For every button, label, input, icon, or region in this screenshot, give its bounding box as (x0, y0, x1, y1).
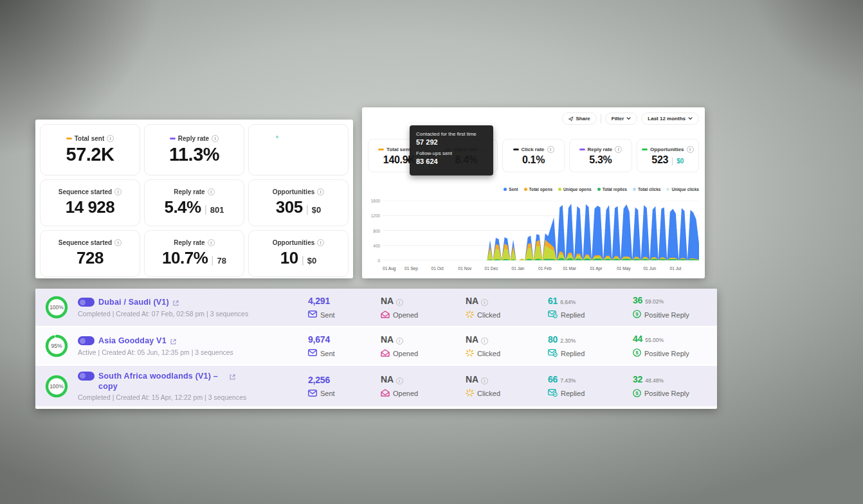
stat-positive: 3659.02%$Positive Reply (633, 295, 707, 320)
stat-label: $Positive Reply (633, 389, 707, 399)
tooltip-label-1: Contacted for the first time (416, 131, 487, 137)
legend-item-total-clicks[interactable]: Total clicks (633, 187, 660, 192)
external-link-icon[interactable] (170, 338, 176, 346)
stat-sent: 9,674Sent (308, 334, 381, 357)
traffic-chart[interactable] (383, 201, 699, 260)
campaign-title: Asia Goodday V1 (78, 336, 308, 346)
stat-card-label-text: Opportunities (273, 239, 315, 246)
campaign-title-link[interactable]: Asia Goodday V1 (98, 336, 167, 346)
info-icon[interactable]: i (687, 146, 694, 153)
x-tick-label: 01 Jan (512, 266, 525, 271)
stat-card-value-row: 523|$0 (651, 154, 684, 166)
legend-item-unique-opens[interactable]: Unique opens (558, 187, 592, 192)
info-icon[interactable]: i (212, 135, 219, 142)
stat-label-text: Opened (393, 311, 418, 319)
stat-label-text: Sent (320, 350, 335, 357)
stat-sent: 4,291Sent (308, 296, 381, 319)
external-link-icon[interactable] (230, 373, 235, 382)
y-tick-label: 800 (367, 229, 380, 233)
info-icon[interactable]: i (615, 146, 622, 153)
info-icon[interactable]: i (208, 239, 215, 246)
tooltip-value-2: 83 624 (416, 158, 487, 165)
stat-label: Clicked (466, 389, 548, 398)
info-icon[interactable]: i (481, 338, 488, 345)
legend-label: Total clicks (638, 187, 660, 192)
info-icon[interactable]: i (114, 188, 122, 195)
legend-dot (504, 188, 507, 191)
stat-card-value-row: 305|$0 (276, 197, 322, 217)
stat-card-label-text: Total sent (386, 147, 410, 152)
stat-label: Opened (381, 310, 466, 320)
sent-icon (308, 310, 317, 319)
stat-label-text: Clicked (477, 311, 500, 319)
stat-value: NA (466, 374, 478, 384)
table-row[interactable]: 100%Dubai / Saudi (V1)Completed | Create… (35, 289, 717, 327)
stat-card-label-text: Reply rate (588, 147, 613, 152)
info-icon[interactable]: i (317, 188, 324, 195)
stat-label: $Positive Reply (633, 348, 707, 358)
opened-icon (381, 389, 390, 398)
info-icon[interactable]: i (208, 188, 215, 195)
x-tick-label: 01 Mar (563, 266, 576, 271)
x-axis-labels: 01 Aug01 Sep01 Oct01 Nov01 Dec01 Jan01 F… (383, 266, 699, 273)
svg-text:100%: 100% (50, 304, 64, 310)
stat-value: NA (381, 296, 394, 306)
stat-opened: NAiOpened (381, 296, 466, 320)
svg-text:$: $ (635, 350, 639, 356)
campaign-info: South Africa woodlands (V1) – copyComple… (78, 371, 308, 402)
legend-label: Total replies (603, 187, 627, 192)
campaign-stats: 2,256SentNAiOpenedNAiClicked667.43%Repli… (308, 374, 707, 399)
stat-clicked: NAiClicked (466, 334, 548, 358)
campaign-avatar (78, 372, 95, 381)
info-icon[interactable]: i (114, 239, 122, 246)
stat-card-label-text: Sequence started (59, 239, 112, 246)
stat-card-value-row: 5.3% (589, 154, 612, 166)
stat-card-label-text: Sequence started (59, 188, 112, 195)
date-range-select[interactable]: Last 12 months (641, 113, 699, 125)
campaign-title-link[interactable]: South Africa woodlands (V1) – copy (98, 371, 226, 392)
tooltip-value-1: 57 292 (416, 138, 487, 146)
legend-item-total-replies[interactable]: Total replies (597, 187, 627, 192)
date-range-label: Last 12 months (648, 116, 686, 122)
table-row[interactable]: 100%South Africa woodlands (V1) – copyCo… (35, 366, 717, 406)
stat-card-label: Reply ratei (170, 135, 219, 142)
info-icon[interactable]: i (547, 146, 554, 153)
stat-card: Reply ratei10.7%|78 (144, 230, 244, 277)
external-link-icon[interactable] (173, 299, 179, 308)
x-tick-label: 01 Dec (485, 266, 498, 271)
progress-ring: 95% (44, 334, 69, 358)
info-icon[interactable]: i (396, 299, 403, 306)
stat-card-secondary-value: $0 (312, 205, 321, 215)
value-separator: | (302, 255, 304, 266)
x-tick-label: 01 Feb (538, 266, 552, 271)
table-row[interactable]: 95%Asia Goodday V1Active | Created At: 0… (35, 327, 717, 366)
stat-label-text: Replied (561, 311, 585, 319)
stat-value: NA (466, 334, 478, 345)
stat-value-row: 2,256 (308, 375, 381, 385)
stat-card-label-text: Reply rate (178, 135, 209, 142)
stat-opened: NAiOpened (381, 374, 466, 398)
info-icon[interactable]: i (481, 377, 488, 384)
stat-label-text: Sent (320, 311, 335, 319)
stat-card-value: 305 (276, 197, 303, 217)
stat-card: Click ratei0.1% (502, 139, 565, 172)
stat-value-row: 802.30% (548, 334, 633, 345)
x-tick-label: 01 Jul (670, 266, 682, 271)
info-icon[interactable]: i (317, 239, 324, 246)
filter-button[interactable]: Filter (605, 113, 638, 125)
info-icon[interactable]: i (396, 338, 403, 345)
stat-value-row: NAi (466, 296, 548, 306)
legend-item-unique-clicks[interactable]: Unique clicks (666, 187, 699, 192)
info-icon[interactable]: i (107, 135, 114, 142)
stat-card-secondary-value: $0 (677, 158, 684, 165)
share-button[interactable]: Share (562, 113, 597, 125)
opened-icon (381, 310, 390, 320)
positive-icon: $ (633, 348, 641, 358)
stat-card-label-text: Total sent (75, 135, 104, 142)
legend-item-sent[interactable]: Sent (504, 187, 518, 192)
info-icon[interactable]: i (481, 299, 488, 306)
info-icon[interactable]: i (396, 377, 403, 384)
campaign-title-link[interactable]: Dubai / Saudi (V1) (98, 297, 169, 307)
legend-item-total-opens[interactable]: Total opens (524, 187, 553, 192)
stat-value: NA (381, 374, 394, 384)
